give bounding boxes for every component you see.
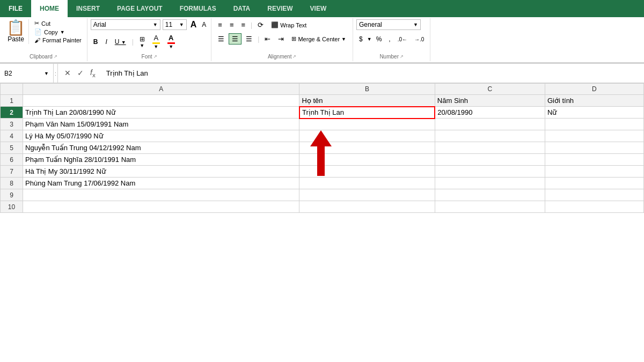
cell-a6[interactable]: Phạm Tuấn Nghĩa 28/10/1991 Nam [23, 154, 299, 166]
font-grow-button[interactable]: A [189, 19, 199, 30]
tab-review[interactable]: REVIEW [259, 0, 301, 17]
cell-a8[interactable]: Phùng Nam Trung 17/06/1992 Nam [23, 178, 299, 189]
cell-c1[interactable]: Năm Sinh [435, 95, 545, 107]
alignment-group-label: Alignment ↗ [215, 53, 349, 61]
border-button[interactable]: ⊞ ▼ [137, 34, 148, 49]
cell-reference-box[interactable]: B2 ▼ [0, 64, 54, 83]
cell-d9[interactable] [545, 189, 643, 201]
tab-formulas[interactable]: FORMULAS [171, 0, 225, 17]
cell-c6[interactable] [435, 154, 545, 166]
merge-center-button[interactable]: ⊞ Merge & Center ▼ [288, 34, 349, 44]
font-size-dropdown[interactable]: 11 ▼ [163, 19, 187, 30]
cell-a9[interactable] [23, 189, 299, 201]
col-header-b[interactable]: B [299, 84, 435, 95]
tab-file[interactable]: FILE [0, 0, 31, 17]
cell-a2[interactable]: Trịnh Thị Lan 20/08/1990 Nữ [23, 107, 299, 119]
confirm-formula-icon[interactable]: ✓ [75, 68, 86, 78]
copy-button[interactable]: 📄 Copy ▼ [32, 28, 84, 36]
font-color-button[interactable]: A ▼ [165, 33, 178, 50]
cell-b1[interactable]: Họ tên [299, 95, 435, 107]
cell-d6[interactable] [545, 154, 643, 166]
align-center-button[interactable]: ☰ [229, 33, 241, 45]
cell-c8[interactable] [435, 178, 545, 189]
tab-home[interactable]: HOME [31, 0, 68, 17]
cell-ref-arrow[interactable]: ▼ [44, 71, 49, 76]
cell-b3[interactable] [299, 119, 435, 130]
orientation-button[interactable]: ⟳ [254, 19, 267, 31]
cut-button[interactable]: ✂ Cut [32, 19, 84, 27]
cell-c4[interactable] [435, 130, 545, 142]
font-name-dropdown[interactable]: Arial ▼ [91, 19, 160, 30]
cell-b9[interactable] [299, 189, 435, 201]
col-header-d[interactable]: D [545, 84, 643, 95]
cell-a4[interactable]: Lý Hà My 05/07/1990 Nữ [23, 130, 299, 142]
cancel-formula-icon[interactable]: ✕ [62, 68, 73, 78]
cell-b5[interactable] [299, 142, 435, 154]
comma-button[interactable]: , [386, 34, 393, 44]
paste-button[interactable]: 📋 Paste [3, 19, 29, 44]
cell-b4[interactable] [299, 130, 435, 142]
cell-d5[interactable] [545, 142, 643, 154]
cell-d8[interactable] [545, 178, 643, 189]
currency-button[interactable]: $ [356, 34, 365, 44]
formula-input[interactable] [102, 64, 644, 83]
currency-arrow[interactable]: ▼ [367, 36, 372, 42]
cell-d4[interactable] [545, 130, 643, 142]
increase-decimal-button[interactable]: →.0 [412, 35, 427, 43]
align-left-button[interactable]: ☰ [215, 33, 228, 45]
number-format-dropdown[interactable]: General ▼ [356, 19, 421, 30]
cell-c5[interactable] [435, 142, 545, 154]
border-dropdown[interactable]: ▼ [140, 43, 144, 48]
tab-insert[interactable]: INSERT [68, 0, 108, 17]
align-top-button[interactable]: ≡ [215, 19, 225, 31]
alignment-expand-icon[interactable]: ↗ [292, 54, 296, 59]
align-right-button[interactable]: ☰ [243, 33, 255, 45]
align-middle-button[interactable]: ≡ [226, 19, 237, 31]
cell-d1[interactable]: Giới tính [545, 95, 643, 107]
cell-d3[interactable] [545, 119, 643, 130]
font-expand-icon[interactable]: ↗ [153, 54, 157, 59]
cell-d7[interactable] [545, 166, 643, 178]
cell-c3[interactable] [435, 119, 545, 130]
cell-b8[interactable] [299, 178, 435, 189]
wrap-text-button[interactable]: ⬛ Wrap Text [268, 20, 310, 30]
cell-c2[interactable]: 20/08/1990 [435, 107, 545, 119]
insert-function-icon[interactable]: fx [88, 67, 98, 79]
cell-a3[interactable]: Phạm Văn Nam 15/09/1991 Nam [23, 119, 299, 130]
cell-b7[interactable] [299, 166, 435, 178]
clipboard-expand-icon[interactable]: ↗ [54, 54, 57, 59]
cell-a7[interactable]: Hà Thị My 30/11/1992 Nữ [23, 166, 299, 178]
decrease-decimal-button[interactable]: .0← [395, 35, 410, 43]
col-header-c[interactable]: C [435, 84, 545, 95]
fill-dropdown[interactable]: ▼ [153, 44, 158, 49]
cell-b10[interactable] [299, 201, 435, 213]
bold-button[interactable]: B [91, 37, 101, 47]
font-color-dropdown[interactable]: ▼ [169, 44, 173, 49]
cell-c10[interactable] [435, 201, 545, 213]
format-painter-button[interactable]: 🖌 Format Painter [32, 36, 84, 44]
cell-a5[interactable]: Nguyễn Tuấn Trung 04/12/1992 Nam [23, 142, 299, 154]
tab-page-layout[interactable]: PAGE LAYOUT [108, 0, 171, 17]
tab-data[interactable]: DATA [225, 0, 259, 17]
align-bottom-button[interactable]: ≡ [238, 19, 249, 31]
tab-view[interactable]: VIEW [302, 0, 335, 17]
increase-indent-button[interactable]: ⇥ [275, 33, 287, 45]
percent-button[interactable]: % [374, 34, 385, 44]
number-expand-icon[interactable]: ↗ [400, 54, 404, 59]
underline-dropdown[interactable]: ▼ [121, 40, 126, 45]
cell-a1[interactable] [23, 95, 299, 107]
cell-c9[interactable] [435, 189, 545, 201]
cell-a10[interactable] [23, 201, 299, 213]
font-shrink-button[interactable]: A [200, 20, 208, 29]
decrease-indent-button[interactable]: ⇤ [261, 33, 274, 45]
cell-b2[interactable]: Trịnh Thị Lan [299, 107, 435, 119]
cell-c7[interactable] [435, 166, 545, 178]
underline-button[interactable]: U ▼ [112, 37, 129, 47]
cell-d2[interactable]: Nữ [545, 107, 643, 119]
cell-b6[interactable] [299, 154, 435, 166]
italic-button[interactable]: I [103, 37, 109, 47]
fill-color-button[interactable]: A ▼ [150, 33, 163, 50]
col-header-a[interactable]: A [23, 84, 299, 95]
merge-dropdown[interactable]: ▼ [341, 36, 346, 42]
cell-d10[interactable] [545, 201, 643, 213]
